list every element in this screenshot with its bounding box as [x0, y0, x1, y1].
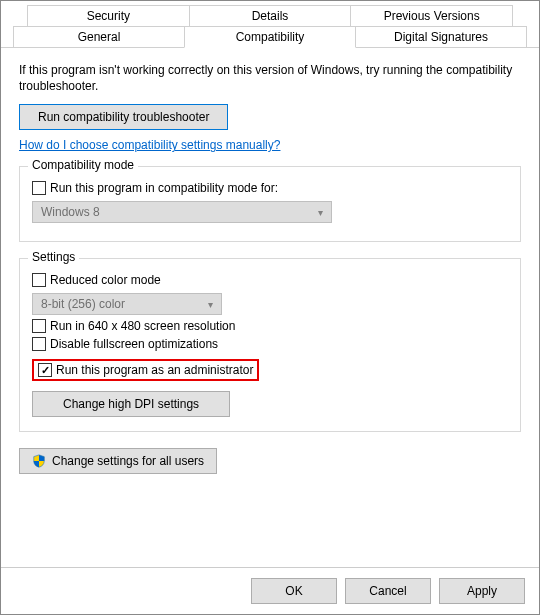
tab-compatibility[interactable]: Compatibility	[184, 26, 356, 48]
group-title-compat: Compatibility mode	[28, 158, 138, 172]
ok-button[interactable]: OK	[251, 578, 337, 604]
help-link[interactable]: How do I choose compatibility settings m…	[19, 138, 280, 152]
tab-strip: Security Details Previous Versions Gener…	[1, 1, 539, 48]
compat-mode-checkbox[interactable]	[32, 181, 46, 195]
compat-mode-label: Run this program in compatibility mode f…	[50, 181, 278, 195]
chevron-down-icon: ▾	[318, 207, 323, 218]
reduced-color-label: Reduced color mode	[50, 273, 161, 287]
change-all-users-label: Change settings for all users	[52, 454, 204, 468]
disable-fullscreen-checkbox[interactable]	[32, 337, 46, 351]
run-as-admin-highlight: Run this program as an administrator	[32, 359, 259, 381]
run-640-label: Run in 640 x 480 screen resolution	[50, 319, 235, 333]
run-as-admin-label: Run this program as an administrator	[56, 363, 253, 377]
shield-icon	[32, 454, 46, 468]
tab-previous-versions[interactable]: Previous Versions	[350, 5, 513, 27]
dialog-footer: OK Cancel Apply	[1, 567, 539, 614]
compatibility-mode-group: Compatibility mode Run this program in c…	[19, 166, 521, 242]
settings-group: Settings Reduced color mode 8-bit (256) …	[19, 258, 521, 432]
reduced-color-checkbox[interactable]	[32, 273, 46, 287]
run-troubleshooter-button[interactable]: Run compatibility troubleshooter	[19, 104, 228, 130]
apply-button[interactable]: Apply	[439, 578, 525, 604]
change-all-users-button[interactable]: Change settings for all users	[19, 448, 217, 474]
disable-fullscreen-label: Disable fullscreen optimizations	[50, 337, 218, 351]
intro-text: If this program isn't working correctly …	[19, 62, 521, 94]
run-as-admin-checkbox[interactable]	[38, 363, 52, 377]
tab-details[interactable]: Details	[189, 5, 352, 27]
run-640-checkbox[interactable]	[32, 319, 46, 333]
tab-security[interactable]: Security	[27, 5, 190, 27]
group-title-settings: Settings	[28, 250, 79, 264]
compat-mode-select-value: Windows 8	[41, 205, 100, 219]
color-mode-select-value: 8-bit (256) color	[41, 297, 125, 311]
properties-dialog: Security Details Previous Versions Gener…	[0, 0, 540, 615]
change-dpi-button[interactable]: Change high DPI settings	[32, 391, 230, 417]
color-mode-select: 8-bit (256) color ▾	[32, 293, 222, 315]
tab-digital-signatures[interactable]: Digital Signatures	[355, 26, 527, 48]
tab-general[interactable]: General	[13, 26, 185, 48]
compat-mode-select: Windows 8 ▾	[32, 201, 332, 223]
tab-content: If this program isn't working correctly …	[1, 47, 539, 567]
cancel-button[interactable]: Cancel	[345, 578, 431, 604]
chevron-down-icon: ▾	[208, 299, 213, 310]
